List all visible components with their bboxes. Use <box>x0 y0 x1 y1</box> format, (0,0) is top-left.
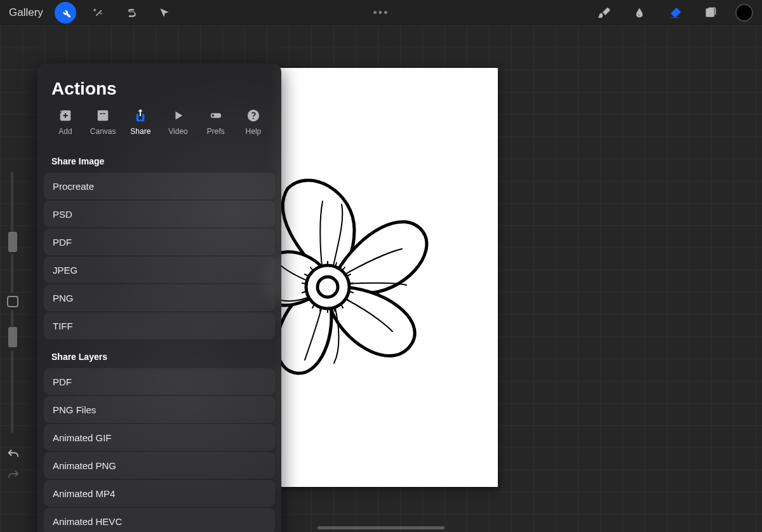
share-psd[interactable]: PSD <box>44 201 275 227</box>
tab-video[interactable]: Video <box>163 108 194 136</box>
share-jpeg[interactable]: JPEG <box>44 256 275 283</box>
share-layers-animated-mp4[interactable]: Animated MP4 <box>44 480 275 507</box>
top-toolbar: Gallery ••• <box>0 0 762 25</box>
gallery-link[interactable]: Gallery <box>9 6 43 19</box>
brush-size-track[interactable] <box>11 171 13 232</box>
transform-arrow-icon[interactable] <box>154 2 175 23</box>
toggle-icon <box>207 108 225 123</box>
brush-size-track-lower[interactable] <box>11 254 13 293</box>
actions-popover: Actions Add Canvas <box>37 63 281 532</box>
tab-label: Add <box>58 127 72 136</box>
share-png[interactable]: PNG <box>44 284 275 311</box>
tab-help[interactable]: Help <box>238 108 269 136</box>
tab-prefs[interactable]: Prefs <box>201 108 231 136</box>
share-layers-animated-hevc[interactable]: Animated HEVC <box>44 508 275 532</box>
home-indicator <box>318 526 444 529</box>
opacity-track[interactable] <box>11 350 13 433</box>
brush-icon[interactable] <box>593 2 615 23</box>
color-swatch[interactable] <box>735 4 753 22</box>
opacity-slider-thumb[interactable] <box>8 327 17 347</box>
flower-artwork <box>259 170 450 385</box>
share-up-icon <box>131 108 149 123</box>
modify-button[interactable] <box>7 296 18 307</box>
tab-label: Share <box>130 127 150 136</box>
share-layers-png-files[interactable]: PNG Files <box>44 396 275 423</box>
tab-label: Prefs <box>207 127 225 136</box>
opacity-track-upper[interactable] <box>11 310 13 326</box>
canvas-crop-icon <box>94 108 112 123</box>
brush-size-slider-thumb[interactable] <box>8 232 17 252</box>
adjustments-wand-icon[interactable] <box>88 2 109 23</box>
app-root: Gallery ••• <box>0 0 762 532</box>
share-procreate[interactable]: Procreate <box>44 173 275 199</box>
modify-menu-dots-icon[interactable]: ••• <box>373 6 389 20</box>
tab-label: Help <box>246 127 262 136</box>
actions-wrench-icon[interactable] <box>55 2 76 23</box>
workspace-grid: Actions Add Canvas <box>0 25 762 532</box>
actions-tab-row: Add Canvas Share <box>37 108 281 145</box>
share-pdf[interactable]: PDF <box>44 229 275 255</box>
section-share-image: Share Image <box>37 145 281 173</box>
eraser-icon[interactable] <box>664 2 686 23</box>
share-layers-animated-gif[interactable]: Animated GIF <box>44 424 275 451</box>
selection-s-icon[interactable] <box>121 2 142 23</box>
layers-icon[interactable] <box>700 2 721 23</box>
popover-title: Actions <box>37 63 281 108</box>
plus-square-icon <box>57 108 74 123</box>
share-tiff[interactable]: TIFF <box>44 312 275 339</box>
play-icon <box>170 108 187 123</box>
undo-button[interactable] <box>6 448 20 464</box>
question-circle-icon <box>244 108 262 123</box>
share-layers-animated-png[interactable]: Animated PNG <box>44 452 275 479</box>
tab-add[interactable]: Add <box>50 108 81 136</box>
tab-label: Canvas <box>90 127 116 136</box>
svg-point-1 <box>318 277 338 297</box>
toolbar-right <box>593 2 753 23</box>
smudge-icon[interactable] <box>629 2 650 23</box>
share-layers-pdf[interactable]: PDF <box>44 368 275 395</box>
section-share-layers: Share Layers <box>37 340 281 368</box>
share-layers-list: PDF PNG Files Animated GIF Animated PNG … <box>37 368 281 532</box>
canvas-artboard[interactable] <box>278 68 498 487</box>
redo-button[interactable] <box>6 469 20 485</box>
toolbar-left: Gallery <box>9 2 175 23</box>
tab-share[interactable]: Share <box>125 108 156 136</box>
tab-label: Video <box>168 127 187 136</box>
share-image-list: Procreate PSD PDF JPEG PNG TIFF <box>37 173 281 339</box>
tab-canvas[interactable]: Canvas <box>88 108 118 136</box>
